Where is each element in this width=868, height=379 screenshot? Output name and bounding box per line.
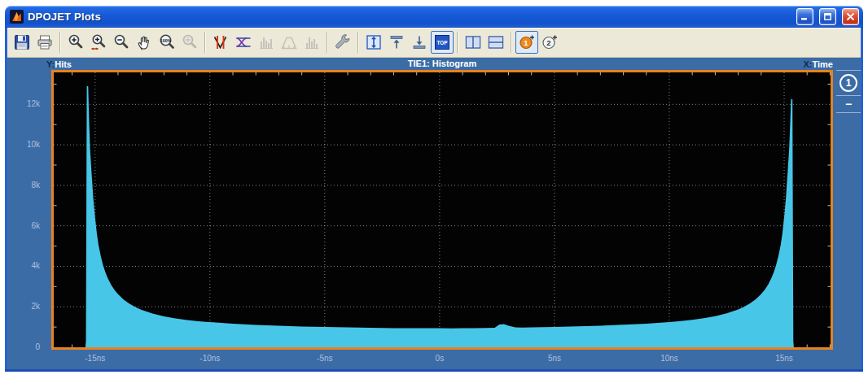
y-tick-label: 4k — [31, 261, 40, 270]
divider — [836, 95, 861, 96]
add-plot-1-button[interactable]: 1 — [515, 31, 538, 54]
x-tick-label: 15ns — [758, 354, 810, 363]
split-horizontal-icon — [487, 33, 505, 51]
divider — [836, 112, 861, 113]
rise-fall-edges-icon — [212, 33, 230, 51]
zoom-out-button[interactable] — [110, 31, 133, 54]
y-tick-label: 2k — [31, 302, 40, 311]
window-title: DPOJET Plots — [28, 11, 791, 23]
rise-fall-edges-button[interactable] — [209, 31, 232, 54]
print-icon — [36, 33, 54, 51]
minimize-icon — [801, 13, 809, 20]
window-border-left — [5, 28, 7, 372]
split-vertical-icon — [464, 33, 482, 51]
toolbar: 100% — [7, 28, 861, 58]
align-top-icon — [388, 33, 406, 51]
toolbar-separator — [59, 32, 61, 53]
add-plot-2-button[interactable]: 2 — [538, 31, 561, 54]
histogram-svg[interactable] — [54, 72, 831, 347]
y-tick-label: 10k — [27, 140, 40, 149]
y-tick-label: 0 — [35, 342, 40, 351]
print-button[interactable] — [33, 31, 56, 54]
x-axis-prefix: X: — [804, 59, 813, 69]
toolbar-separator — [457, 32, 458, 53]
y-axis-labels: 02k4k6k8k10k12k — [7, 70, 46, 350]
x-axis-title: X:Time — [768, 59, 833, 69]
x-tick-label: -5ns — [299, 354, 351, 363]
wrench-icon — [334, 33, 352, 51]
eye-diagram-button[interactable] — [232, 31, 255, 54]
close-button[interactable] — [842, 8, 859, 25]
x-axis-labels: -15ns-10ns-5ns0s5ns10ns15ns — [51, 352, 833, 367]
collapse-plot-button[interactable]: − — [840, 98, 857, 110]
x-tick-label: -10ns — [184, 354, 236, 363]
zoom-in-icon — [67, 33, 85, 51]
eye-diagram-icon — [235, 33, 252, 51]
zoom-in-horizontal-icon — [90, 33, 107, 51]
plot-number-badge[interactable]: 1 — [840, 74, 857, 92]
spectrum-plot-button[interactable] — [278, 31, 300, 54]
zoom-out-icon — [112, 33, 130, 51]
zoom-in-horizontal-button[interactable] — [87, 31, 110, 54]
align-top-button[interactable] — [385, 31, 408, 54]
histogram-area — [85, 86, 794, 347]
toolbar-separator — [511, 32, 512, 53]
toolbar-separator — [357, 32, 359, 53]
plot2-number: 2 — [546, 38, 550, 47]
app-logo-icon — [10, 10, 24, 24]
zoom-select-button[interactable] — [178, 31, 201, 54]
x-tick-label: -15ns — [69, 354, 121, 363]
divider — [836, 70, 861, 71]
top-view-icon: TOP — [433, 33, 451, 51]
zoom-100-icon: 100% — [158, 33, 176, 51]
top-view-label: TOP — [436, 40, 448, 46]
add-plot-1-icon: 1 — [518, 33, 536, 51]
toolbar-separator — [204, 32, 206, 53]
plot-box — [51, 70, 833, 350]
top-view-button[interactable]: TOP — [431, 31, 454, 54]
zoom-select-icon — [181, 33, 199, 51]
x-tick-label: 0s — [414, 354, 466, 363]
window-border-right — [861, 28, 863, 372]
align-bottom-button[interactable] — [408, 31, 431, 54]
histogram-icon — [257, 33, 275, 51]
save-button[interactable] — [11, 31, 33, 54]
y-tick-label: 8k — [31, 181, 40, 190]
y-tick-label: 6k — [31, 221, 40, 230]
maximize-icon — [824, 13, 831, 20]
title-bar[interactable]: DPOJET Plots — [5, 6, 863, 28]
save-icon — [13, 33, 31, 51]
dpojet-plots-window: DPOJET Plots — [5, 6, 863, 372]
minimize-button[interactable] — [796, 8, 813, 25]
fit-vertical-icon — [365, 33, 383, 51]
split-horizontal-button[interactable] — [484, 31, 507, 54]
bathtub-plot-button[interactable] — [300, 31, 323, 54]
zoom-in-button[interactable] — [64, 31, 87, 54]
plot-number-text: 1 — [846, 77, 852, 89]
zoom-100-button[interactable]: 100% — [156, 31, 178, 54]
configure-button[interactable] — [331, 31, 354, 54]
plot-panel: Y:Hits TIE1: Histogram X:Time 02k4k6k8k1… — [7, 58, 861, 369]
plot-title: TIE1: Histogram — [51, 59, 833, 68]
fit-vertical-button[interactable] — [362, 31, 385, 54]
close-icon — [847, 13, 854, 20]
x-tick-label: 10ns — [643, 354, 695, 363]
align-bottom-icon — [410, 33, 428, 51]
split-vertical-button[interactable] — [462, 31, 484, 54]
plot-side-controls: 1 − — [835, 70, 861, 350]
add-plot-2-icon: 2 — [541, 33, 559, 51]
bathtub-icon — [303, 33, 321, 51]
spectrum-icon — [280, 33, 298, 51]
maximize-button[interactable] — [819, 8, 836, 25]
collapse-label: − — [845, 98, 852, 111]
plot1-number: 1 — [524, 38, 528, 47]
x-tick-label: 5ns — [528, 354, 581, 363]
y-tick-label: 12k — [27, 99, 40, 108]
zoom-100-label: 100% — [160, 38, 172, 43]
window-border-bottom — [5, 369, 863, 372]
pan-button[interactable] — [133, 31, 156, 54]
x-axis-label: Time — [813, 59, 833, 69]
histogram-plot-button[interactable] — [255, 31, 278, 54]
pan-hand-icon — [135, 33, 153, 51]
toolbar-separator — [327, 32, 328, 53]
